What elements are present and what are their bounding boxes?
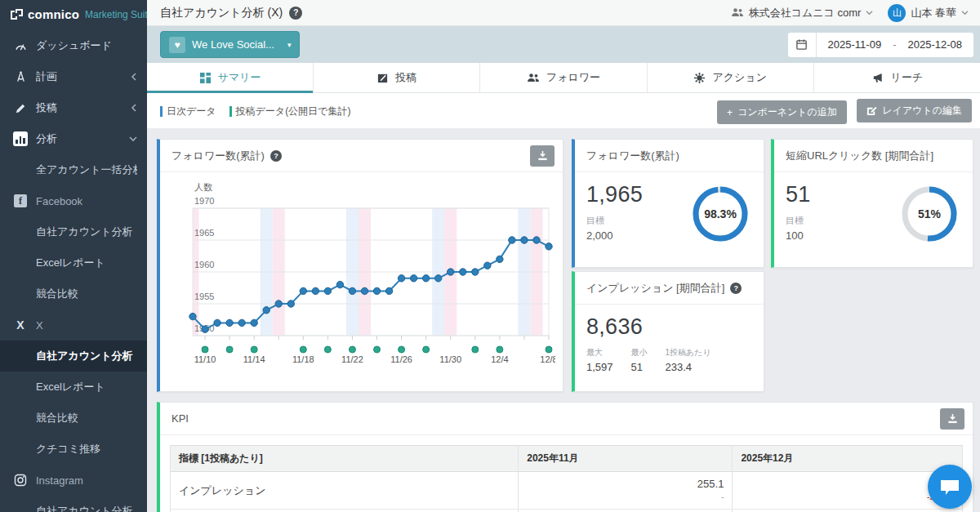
brand-logo[interactable]: comnico Marketing Suite xyxy=(0,0,147,29)
sidebar-item-ig-own-account-analysis[interactable]: 自社アカウント分析 xyxy=(0,496,147,512)
date-end: 2025-12-08 xyxy=(897,38,974,51)
toolbar: 日次データ 投稿データ(公開日で集計) + コンポーネントの追加 レイアウトの編… xyxy=(147,93,980,130)
legend-daily-data: 日次データ xyxy=(160,105,216,118)
toolbar-buttons: + コンポーネントの追加 レイアウトの編集 xyxy=(710,99,972,125)
tab-followers[interactable]: フォロワー xyxy=(480,63,647,92)
impressions-card: インプレッション [期間合計] ? 8,636 最大 1,597 最小 51 xyxy=(572,271,764,392)
sidebar-section-instagram[interactable]: Instagram xyxy=(0,465,147,496)
date-range-picker[interactable]: 2025-11-09 - 2025-12-08 xyxy=(788,33,973,57)
svg-text:11/18: 11/18 xyxy=(292,354,314,364)
sidebar-section-x[interactable]: X X xyxy=(0,309,147,341)
org-selector[interactable]: 株式会社コムニコ comr xyxy=(731,6,874,20)
kpi-col-metric: 指標 [1投稿あたり] xyxy=(170,445,519,472)
stat-max: 最大 1,597 xyxy=(586,347,613,373)
facebook-icon: f xyxy=(11,194,29,207)
sidebar-item-x-word-of-mouth-trend[interactable]: クチコミ推移 xyxy=(0,434,147,465)
sidebar-menu: ダッシュボード 計画 投稿 分析 全アカウント一括分析 f xyxy=(0,30,147,512)
svg-text:12/4: 12/4 xyxy=(491,354,508,364)
edit-icon xyxy=(866,105,877,116)
chevron-down-icon xyxy=(129,136,137,142)
card-title: 短縮URLクリック数 [期間合計] xyxy=(786,149,933,163)
goal-label: 目標 xyxy=(586,216,604,225)
kpi-nov-value: 255.1 xyxy=(527,478,724,490)
card-title: KPI xyxy=(172,412,189,425)
brand-suite: Marketing Suite xyxy=(85,9,153,20)
user-menu[interactable]: 山 山本 春華 xyxy=(888,4,969,22)
chat-button[interactable] xyxy=(928,465,972,509)
sidebar-item-posts[interactable]: 投稿 xyxy=(0,92,147,123)
edit-layout-button[interactable]: レイアウトの編集 xyxy=(857,99,972,122)
megaphone-icon xyxy=(871,72,884,84)
follower-chart-card: フォロワー数(累計) ? 19501955196019651970人数11/10… xyxy=(157,139,564,392)
account-bar: ♥ We Love Social... ▾ 2025-11-09 - 2025-… xyxy=(147,26,980,63)
avatar: 山 xyxy=(888,4,906,22)
sidebar-item-plan[interactable]: 計画 xyxy=(0,61,147,92)
chevron-down-icon xyxy=(961,10,969,16)
goal-percent-label: 51% xyxy=(918,207,942,220)
help-icon[interactable]: ? xyxy=(730,283,742,294)
card-title: インプレッション [期間合計] xyxy=(586,281,724,296)
help-icon[interactable]: ? xyxy=(289,7,302,20)
chevron-down-icon xyxy=(866,10,873,16)
card-title: フォロワー数(累計) xyxy=(172,149,265,163)
kpi-nov-change: - xyxy=(527,492,724,501)
bar-chart-icon xyxy=(11,131,29,146)
tab-actions[interactable]: アクション xyxy=(648,63,814,92)
help-icon[interactable]: ? xyxy=(270,150,282,162)
card-title: フォロワー数(累計) xyxy=(586,149,679,163)
svg-text:1970: 1970 xyxy=(194,196,214,206)
download-button[interactable] xyxy=(940,408,964,430)
svg-text:11/10: 11/10 xyxy=(194,354,216,364)
sidebar-item-x-own-account-analysis[interactable]: 自社アカウント分析 xyxy=(0,341,147,372)
download-button[interactable] xyxy=(530,145,555,167)
sidebar-item-all-accounts-analysis[interactable]: 全アカウント一括分析 xyxy=(0,154,147,185)
compass-icon xyxy=(11,70,29,83)
pencil-square-icon xyxy=(376,72,389,84)
follower-total-card: フォロワー数(累計) 1,965 目標 2,000 98.3% xyxy=(572,139,764,268)
table-row: インプレッション 255.1 - 1 -2 xyxy=(170,472,963,510)
sidebar-section-facebook[interactable]: f Facebook xyxy=(0,185,147,216)
sidebar-item-dashboard[interactable]: ダッシュボード xyxy=(0,30,147,61)
x-logo-icon: X xyxy=(11,318,29,332)
sidebar-item-fb-own-account-analysis[interactable]: 自社アカウント分析 xyxy=(0,216,147,247)
sidebar-item-x-excel-report[interactable]: Excelレポート xyxy=(0,372,147,403)
comnico-logo-icon xyxy=(10,8,24,20)
caret-down-icon: ▾ xyxy=(287,41,292,49)
heart-icon: ♥ xyxy=(169,37,185,53)
url-clicks-card: 短縮URLクリック数 [期間合計] 51 目標 100 51% xyxy=(771,139,973,268)
goal-percent-label: 98.3% xyxy=(704,207,737,220)
goal-label: 目標 xyxy=(786,216,804,225)
stat-per-post: 1投稿あたり 233.4 xyxy=(666,347,711,373)
kpi-table-card: KPI 指標 [1投稿あたり] 2025年11月 2025年12月 インプレッシ… xyxy=(157,402,973,512)
sidebar: comnico Marketing Suite ダッシュボード 計画 投稿 分析 xyxy=(0,0,147,512)
chevron-left-icon xyxy=(131,104,137,112)
add-component-button[interactable]: + コンポーネントの追加 xyxy=(717,100,847,124)
follower-line-chart: 19501955196019651970人数11/1011/1411/1811/… xyxy=(172,180,555,376)
sidebar-item-analysis[interactable]: 分析 xyxy=(0,123,147,154)
impressions-value: 8,636 xyxy=(586,314,752,340)
gauge-icon xyxy=(11,40,29,52)
tab-reach[interactable]: リーチ xyxy=(814,63,980,92)
sidebar-item-fb-excel-report[interactable]: Excelレポート xyxy=(0,247,147,278)
svg-text:人数: 人数 xyxy=(194,182,212,192)
goal-progress-donut: 98.3% xyxy=(688,182,752,246)
kpi-metric-name: インプレッション xyxy=(170,472,519,510)
calendar-icon xyxy=(788,33,817,57)
top-header: 自社アカウント分析 (X) ? 株式会社コムニコ comr 山 山本 春華 xyxy=(147,0,980,26)
kpi-table: 指標 [1投稿あたり] 2025年11月 2025年12月 インプレッション 2… xyxy=(170,445,963,512)
svg-text:11/30: 11/30 xyxy=(439,354,461,364)
account-selector-button[interactable]: ♥ We Love Social... ▾ xyxy=(160,31,300,58)
svg-text:11/22: 11/22 xyxy=(341,354,363,364)
tab-summary[interactable]: サマリー xyxy=(147,63,314,92)
people-icon xyxy=(731,7,744,18)
plus-icon: + xyxy=(727,107,733,118)
sidebar-item-fb-competitor-compare[interactable]: 競合比較 xyxy=(0,278,147,309)
chevron-left-icon xyxy=(131,73,137,81)
svg-text:11/14: 11/14 xyxy=(243,354,265,364)
sidebar-item-x-competitor-compare[interactable]: 競合比較 xyxy=(0,403,147,434)
grid-icon xyxy=(199,72,212,84)
people-icon xyxy=(527,73,540,83)
tab-posts[interactable]: 投稿 xyxy=(314,63,480,92)
app-root: comnico Marketing Suite ダッシュボード 計画 投稿 分析 xyxy=(0,0,980,512)
legend-post-data: 投稿データ(公開日で集計) xyxy=(229,105,351,118)
